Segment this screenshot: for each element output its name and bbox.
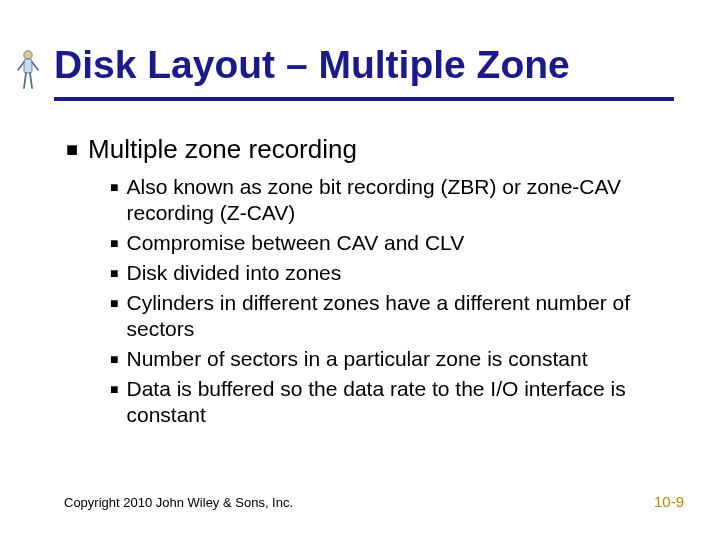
- square-bullet-icon: ■: [110, 290, 118, 316]
- title-underline: [54, 97, 674, 101]
- square-bullet-icon: ■: [110, 174, 118, 200]
- bullet-level2: ■ Cylinders in different zones have a di…: [110, 290, 666, 342]
- square-bullet-icon: ■: [110, 346, 118, 372]
- svg-point-0: [24, 51, 32, 59]
- svg-rect-1: [24, 59, 32, 73]
- sub-bullet-list: ■ Also known as zone bit recording (ZBR)…: [110, 174, 666, 428]
- bullet-level2: ■ Number of sectors in a particular zone…: [110, 346, 666, 372]
- bullet-level1: ■ Multiple zone recording: [66, 134, 666, 164]
- bullet-level2: ■ Also known as zone bit recording (ZBR)…: [110, 174, 666, 226]
- bullet-level2-text: Disk divided into zones: [126, 260, 341, 286]
- svg-line-5: [30, 73, 32, 88]
- copyright-text: Copyright 2010 John Wiley & Sons, Inc.: [64, 495, 293, 510]
- content-area: ■ Multiple zone recording ■ Also known a…: [66, 134, 666, 432]
- slide: Disk Layout – Multiple Zone ■ Multiple z…: [0, 0, 720, 540]
- bullet-level2: ■ Data is buffered so the data rate to t…: [110, 376, 666, 428]
- bullet-level2: ■ Compromise between CAV and CLV: [110, 230, 666, 256]
- square-bullet-icon: ■: [66, 134, 78, 164]
- decorative-figure-icon: [14, 48, 42, 92]
- bullet-level2-text: Compromise between CAV and CLV: [126, 230, 464, 256]
- bullet-level2: ■ Disk divided into zones: [110, 260, 666, 286]
- bullet-level2-text: Number of sectors in a particular zone i…: [126, 346, 587, 372]
- svg-line-3: [32, 62, 38, 70]
- title-block: Disk Layout – Multiple Zone: [54, 44, 690, 101]
- bullet-level2-text: Also known as zone bit recording (ZBR) o…: [126, 174, 666, 226]
- bullet-level1-text: Multiple zone recording: [88, 134, 357, 164]
- bullet-level2-text: Data is buffered so the data rate to the…: [126, 376, 666, 428]
- square-bullet-icon: ■: [110, 260, 118, 286]
- svg-line-4: [24, 73, 26, 88]
- page-number: 10-9: [654, 493, 684, 510]
- slide-title: Disk Layout – Multiple Zone: [54, 44, 690, 87]
- bullet-level2-text: Cylinders in different zones have a diff…: [126, 290, 666, 342]
- svg-line-2: [18, 62, 24, 70]
- square-bullet-icon: ■: [110, 230, 118, 256]
- square-bullet-icon: ■: [110, 376, 118, 402]
